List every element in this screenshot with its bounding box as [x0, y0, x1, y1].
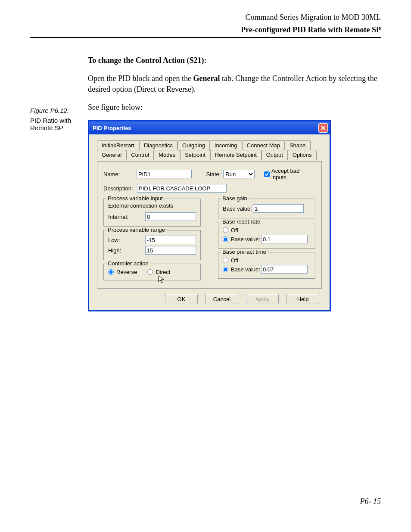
help-button[interactable]: Help [286, 294, 319, 304]
radio-reverse[interactable]: Reverse [108, 269, 137, 275]
base-preact-input[interactable] [261, 265, 308, 274]
tab-options[interactable]: Options [288, 150, 317, 160]
base-gain-value-label: Base value: [223, 205, 253, 212]
tab-shape[interactable]: Shape [285, 140, 311, 150]
high-label: High: [108, 247, 145, 254]
group-base-reset: Base reset rate Off Base value: [218, 222, 315, 249]
accept-bad-label: Accept bad inputs [271, 168, 315, 180]
radio-direct[interactable]: Direct [147, 269, 170, 275]
radio-preact-base-label: Base value: [231, 266, 261, 273]
paragraph-2: See figure below: [88, 102, 381, 112]
paragraph-1-bold: General [193, 74, 220, 83]
tab-remote-setpoint[interactable]: Remote Setpoint [210, 150, 262, 160]
state-label: State: [206, 171, 221, 177]
group-base-reset-legend: Base reset rate [221, 218, 262, 225]
header-section-title: Pre-configured PID Ratio with Remote SP [30, 25, 381, 34]
high-input[interactable] [145, 246, 196, 255]
tabstrip: Initial/Restart Diagnostics Outgoing Inc… [97, 140, 322, 161]
radio-reverse-label: Reverse [116, 269, 137, 275]
paragraph-1a: Open the PID block and open the [88, 74, 193, 83]
low-label: Low: [108, 237, 145, 243]
radio-reset-base[interactable]: Base value: [223, 235, 311, 243]
pv-external-text: External connection exists [108, 202, 196, 209]
apply-button[interactable]: Apply [246, 294, 279, 304]
ok-button[interactable]: OK [165, 294, 198, 304]
paragraph-1: Open the PID block and open the General … [88, 73, 381, 94]
radio-reset-base-label: Base value: [231, 236, 261, 243]
radio-preact-base-input[interactable] [223, 267, 228, 272]
tab-control[interactable]: Control [126, 150, 154, 160]
header-rule [30, 37, 381, 38]
radio-reset-off-input[interactable] [223, 227, 228, 233]
group-pv-input-legend: Process variable input [106, 195, 164, 202]
radio-reset-off[interactable]: Off [223, 227, 311, 233]
close-button[interactable] [318, 123, 328, 133]
tab-modes[interactable]: Modes [154, 150, 180, 160]
name-label: Name: [103, 171, 137, 177]
radio-direct-input[interactable] [147, 269, 153, 275]
group-base-preact-legend: Base pre-act time [221, 249, 268, 255]
group-pv-range-legend: Process variable range [106, 227, 166, 233]
group-controller-action: Controller action Reverse Di [103, 264, 201, 280]
tab-incoming[interactable]: Incoming [210, 140, 242, 150]
radio-preact-off[interactable]: Off [223, 257, 311, 264]
name-input[interactable] [137, 170, 192, 178]
radio-direct-label: Direct [156, 269, 170, 275]
group-pv-input: Process variable input External connecti… [103, 199, 201, 227]
group-base-gain-legend: Base gain [221, 195, 249, 202]
tab-diagnostics[interactable]: Diagnostics [139, 140, 177, 150]
cancel-button[interactable]: Cancel [206, 294, 238, 304]
group-controller-action-legend: Controller action [106, 260, 150, 267]
radio-reset-base-input[interactable] [223, 236, 228, 242]
internal-label: Internal: [108, 214, 145, 220]
radio-preact-base[interactable]: Base value: [223, 265, 311, 274]
tab-connect-map[interactable]: Connect Map [242, 140, 285, 150]
header-doc-title: Command Series Migration to MOD 30ML [30, 13, 381, 22]
radio-reset-off-label: Off [231, 227, 238, 233]
general-tab-pane: Name: State: Run Accept bad inputs [97, 161, 322, 289]
tab-output[interactable]: Output [262, 150, 288, 160]
base-gain-input[interactable] [253, 204, 304, 213]
group-base-preact: Base pre-act time Off Base value: [218, 252, 315, 279]
pid-properties-dialog: PID Properties Initial/Restart Diagnosti… [88, 120, 331, 311]
internal-input[interactable] [145, 212, 196, 221]
figure-label: Figure P6.12. [30, 107, 88, 114]
base-reset-input[interactable] [261, 235, 308, 243]
page-number: P6- 15 [360, 497, 381, 506]
group-base-gain: Base gain Base value: [218, 199, 315, 218]
description-label: Description: [103, 185, 137, 192]
dialog-title: PID Properties [93, 125, 131, 131]
description-input[interactable] [137, 184, 227, 193]
titlebar[interactable]: PID Properties [89, 121, 330, 134]
figure-caption: PID Ratio with Remote SP [30, 117, 88, 131]
radio-preact-off-label: Off [231, 257, 238, 264]
accept-bad-checkbox[interactable] [264, 171, 270, 177]
radio-reverse-input[interactable] [108, 269, 114, 275]
section-heading: To change the Control Action (S21): [88, 55, 381, 65]
tab-outgoing[interactable]: Outgoing [177, 140, 210, 150]
group-pv-range: Process variable range Low: High: [103, 230, 201, 260]
state-select[interactable]: Run [223, 170, 255, 178]
tab-initial-restart[interactable]: Initial/Restart [97, 140, 139, 150]
close-icon [321, 125, 326, 131]
tab-general[interactable]: General [97, 150, 126, 160]
tab-setpoint[interactable]: Setpoint [180, 150, 210, 160]
radio-preact-off-input[interactable] [223, 258, 228, 263]
low-input[interactable] [145, 236, 196, 244]
cursor-icon [158, 275, 165, 284]
